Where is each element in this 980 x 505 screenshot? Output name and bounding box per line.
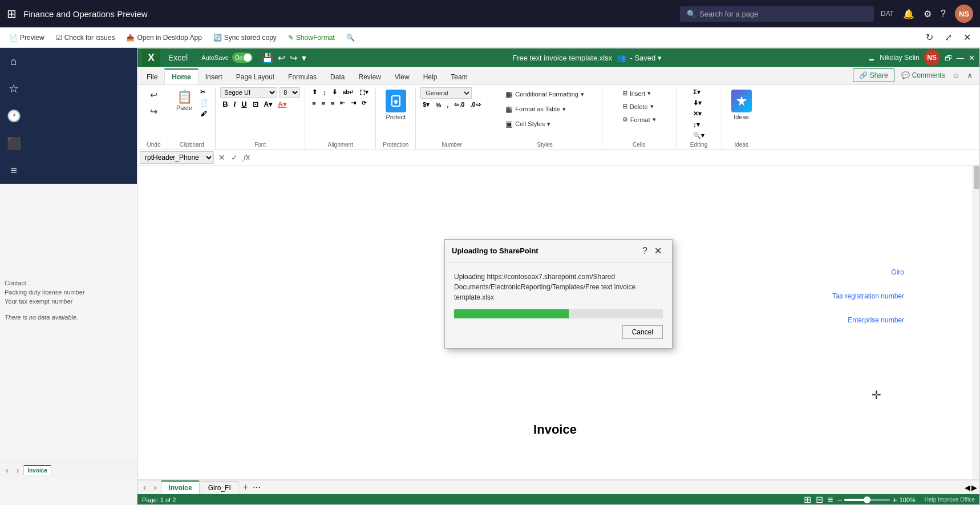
merge-btn[interactable]: ⬚▾ [357,87,371,97]
indent-decrease-btn[interactable]: ⇤ [338,98,347,108]
copy-btn[interactable]: 📄 [198,98,210,108]
align-right-btn[interactable]: ≡ [329,98,337,108]
fill-color-btn[interactable]: A▾ [262,99,275,110]
confirm-formula-btn[interactable]: ✓ [229,151,240,163]
tab-team[interactable]: Team [444,70,474,84]
scrollbar-thumb[interactable] [974,166,979,189]
apps-grid-icon[interactable]: ⊞ [7,7,17,21]
underline-btn[interactable]: U [239,99,249,110]
normal-view-btn[interactable]: ⊞ [804,494,811,504]
find-select-btn[interactable]: 🔍▾ [691,131,707,140]
search-box[interactable]: 🔍 Search for a page [680,6,874,22]
sort-filter-btn[interactable]: ↕▾ [691,120,702,130]
saved-dropdown-icon[interactable]: ▾ [658,54,662,62]
align-bottom-btn[interactable]: ⬇ [330,87,339,97]
formula-input[interactable] [254,152,977,163]
autosum-btn[interactable]: Σ▾ [691,87,703,97]
redo-button[interactable]: ↪ [290,52,297,63]
tab-file[interactable]: File [140,70,164,84]
open-desktop-button[interactable]: 📤 Open in Desktop App [122,31,206,44]
increase-decimal-btn[interactable]: .0⇨ [468,100,483,110]
scroll-left-btn[interactable]: ◀ [965,483,970,492]
sheet-tab-giro[interactable]: Giro_FI [201,481,238,494]
align-top-btn[interactable]: ⬆ [310,87,319,97]
excel-close-button[interactable]: ✕ [969,54,975,62]
collapse-ribbon-button[interactable]: ∧ [967,71,973,80]
fill-btn[interactable]: ⬇▾ [691,98,704,108]
delete-cells-btn[interactable]: ⊟ Delete ▾ [619,100,659,112]
restore-window-button[interactable]: 🗗 [945,54,952,62]
dialog-close-btn[interactable]: ✕ [651,244,665,257]
paste-btn[interactable]: 📋 Paste [173,87,196,114]
font-size-select[interactable]: 8 [280,87,300,98]
bold-btn[interactable]: B [220,99,230,110]
zoom-slider-thumb[interactable] [864,496,870,503]
comments-button[interactable]: 💬 Comments [901,71,945,79]
zoom-out-btn[interactable]: − [837,495,842,504]
format-cells-btn[interactable]: ⚙ Format ▾ [619,114,659,126]
comma-btn[interactable]: , [444,100,451,110]
cancel-formula-btn[interactable]: ✕ [216,151,228,163]
align-left-btn[interactable]: ≡ [310,98,318,108]
check-issues-button[interactable]: ☑ Check for issues [51,31,120,44]
show-format-button[interactable]: ✎ ShowFormat [284,31,339,44]
font-color-btn[interactable]: A▾ [276,99,289,110]
sheet-tab-invoice[interactable]: Invoice [161,480,199,494]
nav-list-icon[interactable]: ≡ [8,161,19,179]
add-sheet-btn[interactable]: + [240,481,252,494]
cell-styles-btn[interactable]: ▣ Cell Styles ▾ [502,117,588,131]
number-format-select[interactable]: General Number Currency Accounting Date … [420,87,472,99]
dialog-help-btn[interactable]: ? [639,245,651,257]
sync-stored-button[interactable]: 🔄 Sync stored copy [209,31,281,44]
prev-sheet-btn[interactable]: ‹ [140,482,149,493]
autosave-toggle[interactable]: On [232,52,253,63]
page-break-view-btn[interactable]: ≡ [828,495,833,505]
font-family-select[interactable]: Segoe UI [220,87,277,98]
align-center-btn[interactable]: ≡ [319,98,327,108]
h-scrollbar[interactable] [264,484,961,491]
wrap-text-btn[interactable]: ab↵ [341,87,357,97]
clear-btn[interactable]: ✕▾ [691,109,704,119]
scroll-right-btn[interactable]: ▶ [971,483,977,492]
excel-avatar[interactable]: NS [924,50,940,66]
cancel-upload-button[interactable]: Cancel [622,325,663,339]
settings-icon[interactable]: ⚙ [924,9,932,19]
tab-view[interactable]: View [388,70,416,84]
page-layout-view-btn[interactable]: ⊟ [816,494,823,504]
prev-sheet-left[interactable]: ‹ [2,464,12,476]
zoom-in-btn[interactable]: + [892,495,897,504]
avatar[interactable]: NS [955,5,973,23]
excel-minimize-button[interactable]: — [957,54,964,62]
format-painter-btn[interactable]: 🖌 [198,109,210,118]
help-icon[interactable]: ? [941,9,946,19]
minimize-to-ribbon-button[interactable]: 🗕 [868,54,875,62]
currency-btn[interactable]: $▾ [420,100,432,110]
tab-review[interactable]: Review [351,70,387,84]
tab-formulas[interactable]: Formulas [281,70,323,84]
decrease-decimal-btn[interactable]: ⇦.0 [452,100,467,110]
search-icon-toolbar[interactable]: 🔍 [346,34,355,42]
close-toolbar-button[interactable]: ✕ [959,30,975,45]
format-as-table-btn[interactable]: ▦ Format as Table ▾ [502,102,588,116]
tab-data[interactable]: Data [323,70,351,84]
zoom-slider[interactable] [844,499,890,501]
align-middle-btn[interactable]: ↕ [321,87,329,97]
refresh-button[interactable]: ↻ [921,30,938,45]
orientation-btn[interactable]: ⟳ [359,98,368,108]
more-sheets-icon[interactable]: ⋯ [253,483,261,492]
nav-recent-icon[interactable]: 🕐 [5,107,23,125]
tab-home[interactable]: Home [164,68,198,84]
emoji-button[interactable]: ☺ [952,71,960,80]
tab-insert[interactable]: Insert [199,70,229,84]
indent-increase-btn[interactable]: ⇥ [349,98,358,108]
ideas-button[interactable]: Ideas [727,87,756,123]
popout-button[interactable]: ⤢ [940,30,957,45]
tab-page-layout[interactable]: Page Layout [229,70,281,84]
notification-icon[interactable]: 🔔 [903,9,914,19]
nav-workspace-icon[interactable]: ⬛ [5,134,23,152]
quick-access-button[interactable]: ▾ [302,52,306,63]
protect-button[interactable]: Protect [381,87,411,123]
conditional-formatting-btn[interactable]: ▦ Conditional Formatting ▾ [502,87,588,101]
share-button[interactable]: 🔗 Share [853,68,894,82]
nav-home-icon[interactable]: ⌂ [8,52,19,70]
